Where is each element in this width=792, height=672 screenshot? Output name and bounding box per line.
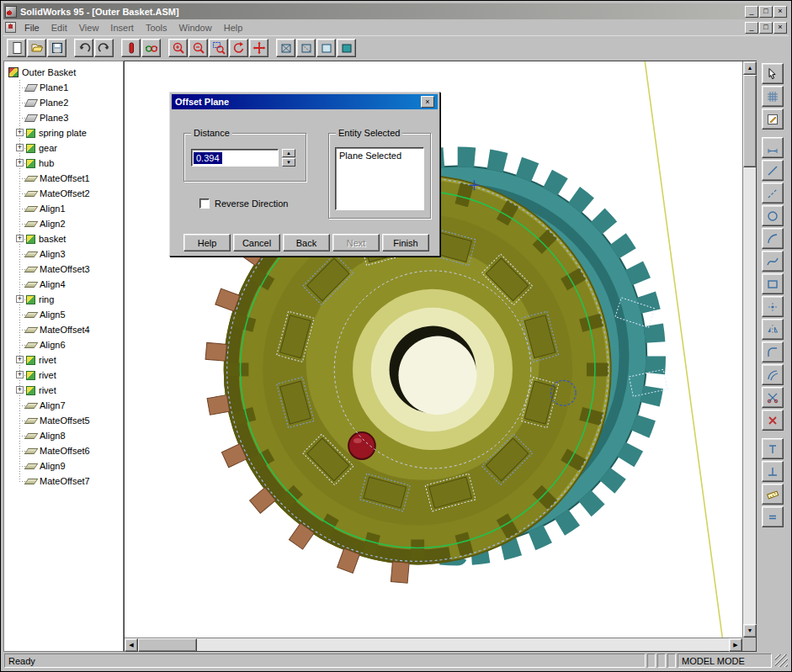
spin-up-button[interactable]: ▲ <box>282 149 295 157</box>
view-hidden-lines-button[interactable] <box>296 39 316 57</box>
model-viewport[interactable]: Offset Plane × Distance 0.394 ▲ ▼ <box>125 61 742 638</box>
scroll-up-button[interactable]: ▲ <box>743 61 757 75</box>
expander-icon[interactable]: + <box>16 386 24 394</box>
tree-item-align8[interactable]: Align8 <box>26 428 123 443</box>
vertical-scrollbar[interactable]: ▲ ▼ <box>742 61 756 638</box>
centerline-button[interactable] <box>762 183 784 204</box>
mdi-close-button[interactable]: × <box>773 22 787 34</box>
new-document-button[interactable] <box>7 39 26 57</box>
minimize-button[interactable]: _ <box>745 6 758 18</box>
tree-item-rivet[interactable]: +rivet <box>26 368 123 383</box>
scroll-right-button[interactable]: ▶ <box>729 638 742 652</box>
finish-button[interactable]: Finish <box>382 234 429 251</box>
maximize-button[interactable]: □ <box>759 6 773 18</box>
mirror-button[interactable] <box>762 319 784 340</box>
open-folder-button[interactable] <box>27 39 46 57</box>
view-shaded-button[interactable] <box>337 39 356 57</box>
horizontal-scroll-track[interactable] <box>197 638 729 651</box>
tree-root-item[interactable]: Outer Basket <box>8 65 123 80</box>
circle-button[interactable] <box>762 205 784 226</box>
select-button[interactable] <box>762 63 784 84</box>
resize-grip[interactable] <box>775 654 788 667</box>
tree-item-align7[interactable]: Align7 <box>26 398 123 413</box>
redo-button[interactable] <box>94 39 114 57</box>
zoom-in-button[interactable] <box>168 39 188 57</box>
erase-button[interactable] <box>762 410 784 431</box>
close-button[interactable]: × <box>773 6 787 18</box>
expander-icon[interactable]: + <box>16 371 24 378</box>
rivet-mark[interactable] <box>348 432 375 459</box>
vertical-scroll-thumb[interactable] <box>743 75 757 167</box>
tree-item-rivet[interactable]: +rivet <box>26 352 123 368</box>
tree-item-mateoffset7[interactable]: MateOffset7 <box>26 474 123 489</box>
mdi-minimize-button[interactable]: _ <box>745 22 758 34</box>
view-wireframe-button[interactable] <box>276 39 295 57</box>
sketch-button[interactable] <box>762 108 784 130</box>
undo-button[interactable] <box>74 39 93 57</box>
view-no-hidden-button[interactable] <box>316 39 336 57</box>
mdi-restore-button[interactable]: □ <box>759 22 773 34</box>
equal-button[interactable] <box>762 506 784 527</box>
expander-icon[interactable]: + <box>16 356 24 363</box>
dialog-close-button[interactable]: × <box>421 96 434 108</box>
expander-icon[interactable]: + <box>16 144 24 151</box>
relation-button[interactable] <box>762 461 784 482</box>
menu-help[interactable]: Help <box>218 21 249 34</box>
measure-button[interactable] <box>762 484 784 505</box>
dialog-title-bar[interactable]: Offset Plane × <box>172 94 438 109</box>
menu-view[interactable]: View <box>73 21 105 34</box>
save-button[interactable] <box>47 39 66 57</box>
rotate-view-button[interactable] <box>229 39 248 57</box>
line-button[interactable] <box>762 160 784 181</box>
zoom-area-button[interactable] <box>209 39 228 57</box>
expander-icon[interactable]: + <box>16 235 24 242</box>
text-button[interactable] <box>762 438 784 459</box>
tree-item-gear[interactable]: +gear <box>26 140 123 156</box>
horizontal-scrollbar[interactable]: ◀ ▶ <box>125 638 742 651</box>
tree-item-align4[interactable]: Align4 <box>26 277 123 292</box>
rebuild-button[interactable] <box>141 39 161 57</box>
point-button[interactable] <box>762 296 784 317</box>
arc-button[interactable] <box>762 228 784 249</box>
entity-listbox[interactable]: Plane Selected <box>335 147 424 210</box>
tree-item-mateoffset1[interactable]: MateOffset1 <box>26 171 123 186</box>
tree-item-plane2[interactable]: Plane2 <box>26 95 123 110</box>
menu-insert[interactable]: Insert <box>104 21 140 34</box>
tree-item-ring[interactable]: +ring <box>26 292 123 307</box>
tree-item-rivet[interactable]: +rivet <box>26 383 123 398</box>
spin-down-button[interactable]: ▼ <box>282 158 295 167</box>
spline-button[interactable] <box>762 251 784 272</box>
tree-item-align2[interactable]: Align2 <box>26 216 123 231</box>
pan-button[interactable] <box>249 39 268 57</box>
tree-item-align1[interactable]: Align1 <box>26 201 123 216</box>
eraser-button[interactable] <box>121 39 141 57</box>
tree-item-mateoffset3[interactable]: MateOffset3 <box>26 262 123 277</box>
reverse-direction-checkbox[interactable] <box>199 198 210 209</box>
expander-icon[interactable]: + <box>16 295 24 303</box>
hub-bore[interactable] <box>353 289 513 450</box>
scroll-left-button[interactable]: ◀ <box>125 638 138 652</box>
horizontal-scroll-thumb[interactable] <box>138 638 197 652</box>
menu-file[interactable]: File <box>19 21 45 34</box>
tree-item-align9[interactable]: Align9 <box>26 458 123 474</box>
scroll-down-button[interactable]: ▼ <box>743 624 757 638</box>
expander-icon[interactable]: + <box>16 129 24 136</box>
tree-item-hub[interactable]: +hub <box>26 156 123 171</box>
offset-button[interactable] <box>762 364 784 385</box>
distance-input[interactable]: 0.394 <box>191 149 279 167</box>
expander-icon[interactable]: + <box>16 159 24 167</box>
tree-item-align3[interactable]: Align3 <box>26 246 123 262</box>
tree-item-basket[interactable]: +basket <box>26 231 123 246</box>
zoom-out-button[interactable] <box>189 39 208 57</box>
fillet-button[interactable] <box>762 341 784 362</box>
menu-edit[interactable]: Edit <box>45 21 73 34</box>
cancel-button[interactable]: Cancel <box>233 234 280 251</box>
tree-item-mateoffset6[interactable]: MateOffset6 <box>26 443 123 458</box>
tree-item-spring-plate[interactable]: +spring plate <box>26 125 123 140</box>
dimension-button[interactable] <box>762 137 784 158</box>
rectangle-button[interactable] <box>762 273 784 294</box>
tree-item-plane1[interactable]: Plane1 <box>26 80 123 95</box>
tree-item-mateoffset4[interactable]: MateOffset4 <box>26 322 123 337</box>
menu-window[interactable]: Window <box>173 21 218 34</box>
tree-item-mateoffset5[interactable]: MateOffset5 <box>26 413 123 428</box>
